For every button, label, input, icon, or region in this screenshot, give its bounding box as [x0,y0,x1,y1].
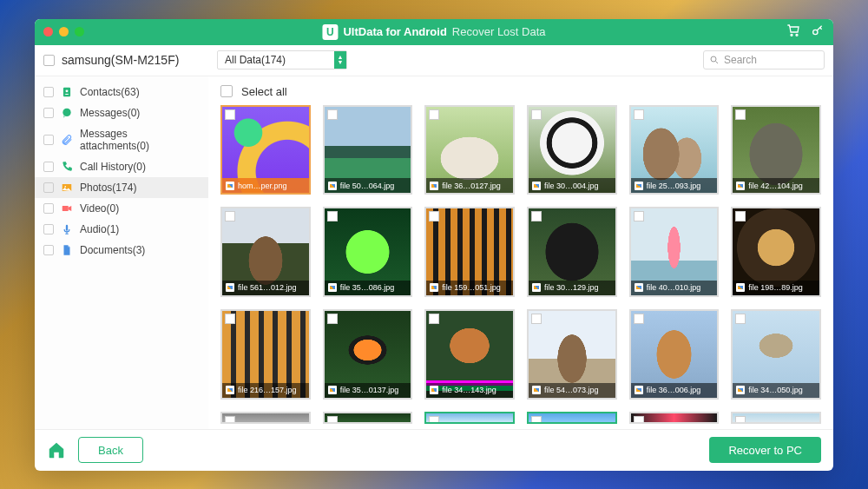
image-file-icon [328,386,337,394]
thumbnail-checkbox[interactable] [531,109,542,120]
thumbnail-checkbox[interactable] [531,211,542,221]
photo-thumbnail[interactable]: file 30…129.jpg [527,207,617,297]
sidebar-item-document[interactable]: Documents(3) [35,240,208,261]
sidebar-item-phone[interactable]: Call History(0) [35,156,208,177]
sidebar-item-label: Audio(1) [80,223,119,235]
thumbnail-checkbox[interactable] [735,314,746,324]
thumbnail-checkbox[interactable] [327,416,338,424]
photo-thumbnail[interactable]: file 50…064.jpg [323,105,413,195]
sidebar-item-label: Messages attachments(0) [80,128,200,152]
close-icon[interactable] [43,27,53,36]
thumbnail-checkbox[interactable] [225,416,235,424]
sidebar-item-attachment[interactable]: Messages attachments(0) [35,123,208,156]
photo-thumbnail[interactable] [323,412,413,424]
photo-grid: hom…per.pngfile 50…064.jpgfile 36…0127.j… [208,105,833,429]
svg-point-3 [711,56,716,62]
thumbnail-checkbox[interactable] [225,109,235,120]
select-all-checkbox[interactable] [220,85,233,97]
thumbnail-filename: file 35…086.jpg [340,283,395,292]
sidebar-checkbox[interactable] [43,224,54,235]
phone-icon [61,161,73,173]
sidebar-item-messages[interactable]: Messages(0) [35,102,208,123]
photo-thumbnail[interactable]: file 34…143.jpg [424,309,515,400]
photo-thumbnail[interactable]: file 35…0137.jpg [323,309,413,400]
thumbnail-checkbox[interactable] [327,109,338,120]
sidebar-checkbox[interactable] [43,87,54,97]
dropdown-arrows-icon: ▲▼ [334,51,346,69]
svg-point-1 [796,34,798,36]
thumbnail-checkbox[interactable] [327,314,338,324]
photo-thumbnail[interactable]: file 40…010.jpg [629,207,720,297]
photo-thumbnail[interactable]: file 561…012.jpg [220,207,311,297]
photo-thumbnail[interactable]: file 34…050.jpg [731,309,821,400]
search-input[interactable]: Search [703,50,825,69]
photo-thumbnail[interactable] [527,412,617,424]
content-area: Select all hom…per.pngfile 50…064.jpgfil… [208,76,833,429]
photo-thumbnail[interactable]: hom…per.png [220,105,311,195]
thumbnail-checkbox[interactable] [429,109,439,120]
thumbnail-checkbox[interactable] [531,314,542,324]
thumbnail-checkbox[interactable] [531,416,542,424]
photo-thumbnail[interactable]: file 216…157.jpg [220,309,311,400]
thumbnail-caption: file 30…004.jpg [529,178,615,193]
photo-thumbnail[interactable]: file 36…006.jpg [629,309,720,400]
sidebar-checkbox[interactable] [43,108,54,118]
sidebar-checkbox[interactable] [43,182,54,193]
sidebar-item-contacts[interactable]: Contacts(63) [35,82,208,102]
back-button[interactable]: Back [78,437,143,463]
photo-thumbnail[interactable]: file 42…104.jpg [731,105,821,195]
thumbnail-caption: file 42…104.jpg [733,178,819,193]
home-icon[interactable] [47,440,66,459]
svg-point-6 [62,108,70,116]
sidebar-item-audio[interactable]: Audio(1) [35,219,208,240]
photos-icon [61,182,73,194]
maximize-icon[interactable] [75,27,84,36]
thumbnail-checkbox[interactable] [429,211,439,221]
photo-thumbnail[interactable]: file 54…073.jpg [527,309,617,400]
sidebar-item-video[interactable]: Video(0) [35,198,208,219]
key-icon[interactable] [811,23,825,41]
photo-thumbnail[interactable]: file 159…051.jpg [424,207,515,297]
device-selector[interactable]: samsung(SM-M215F) [35,53,208,67]
thumbnail-checkbox[interactable] [429,416,439,424]
select-all-row[interactable]: Select all [208,76,833,105]
photo-thumbnail[interactable]: file 35…086.jpg [323,207,413,297]
thumbnail-checkbox[interactable] [429,314,439,324]
sidebar-item-photos[interactable]: Photos(174) [35,177,208,198]
thumbnail-checkbox[interactable] [634,314,644,324]
device-checkbox[interactable] [43,55,55,66]
image-file-icon [430,283,438,292]
thumbnail-checkbox[interactable] [327,211,338,221]
photo-thumbnail[interactable] [220,412,311,424]
sidebar-checkbox[interactable] [43,162,54,172]
photo-thumbnail[interactable]: file 25…093.jpg [629,105,720,195]
filter-dropdown[interactable]: All Data(174) ▲▼ [217,50,347,69]
photo-thumbnail[interactable] [731,412,821,424]
minimize-icon[interactable] [59,27,69,36]
thumbnail-checkbox[interactable] [634,109,644,120]
thumbnail-checkbox[interactable] [634,211,644,221]
thumbnail-filename: file 216…157.jpg [238,386,297,394]
sidebar-checkbox[interactable] [43,245,54,255]
thumbnail-checkbox[interactable] [735,109,746,120]
thumbnail-checkbox[interactable] [634,416,644,424]
recover-button[interactable]: Recover to PC [709,437,821,463]
photo-thumbnail[interactable] [424,412,515,424]
sidebar: Contacts(63)Messages(0)Messages attachme… [35,76,208,429]
photo-thumbnail[interactable] [629,412,720,424]
image-file-icon [635,386,643,394]
thumbnail-checkbox[interactable] [225,314,235,324]
photo-thumbnail[interactable]: file 36…0127.jpg [424,105,515,195]
messages-icon [61,107,73,119]
thumbnail-filename: file 34…050.jpg [748,386,803,394]
cart-icon[interactable] [786,23,800,41]
sidebar-checkbox[interactable] [43,203,54,214]
photo-thumbnail[interactable]: file 198…89.jpg [731,207,821,297]
thumbnail-checkbox[interactable] [225,211,235,221]
thumbnail-checkbox[interactable] [735,416,746,424]
app-logo-icon: U [322,24,338,40]
sidebar-checkbox[interactable] [43,135,54,145]
photo-thumbnail[interactable]: file 30…004.jpg [527,105,617,195]
thumbnail-filename: file 36…0127.jpg [442,182,501,190]
thumbnail-checkbox[interactable] [735,211,746,221]
